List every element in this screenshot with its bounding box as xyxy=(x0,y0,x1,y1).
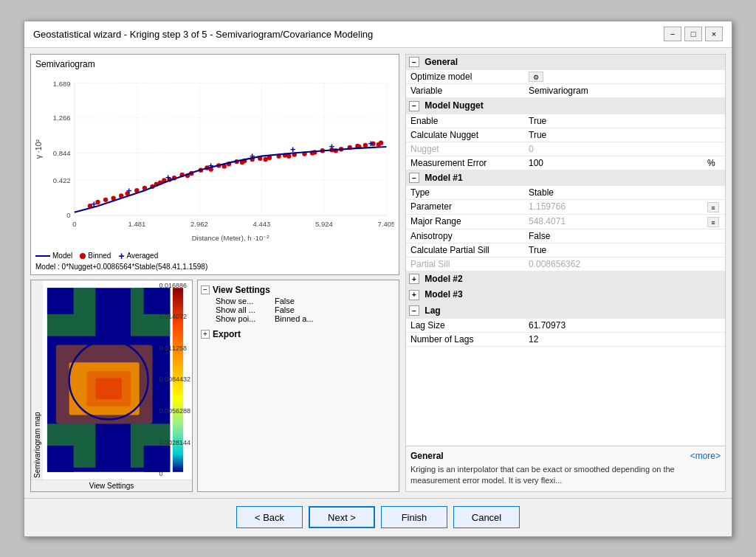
map-bottom-section: View Settings xyxy=(31,480,192,491)
model2-section-label: Model #2 xyxy=(425,274,462,284)
legend-model-line xyxy=(35,255,50,257)
enable-key: Enable xyxy=(406,114,524,128)
section-nugget-header[interactable]: − Model Nugget xyxy=(406,98,725,114)
calc-nugget-key: Calculate Nugget xyxy=(406,128,524,142)
legend-binned-label: Binned xyxy=(88,252,111,260)
svg-text:0: 0 xyxy=(72,219,76,227)
legend-binned: Binned xyxy=(80,252,111,260)
lag-size-val: 61.70973 xyxy=(524,319,703,333)
svg-text:2.962: 2.962 xyxy=(190,219,208,227)
calc-partial-sill-key: Calculate Partial Sill xyxy=(406,243,524,257)
meas-error-unit: % xyxy=(703,156,725,170)
optimize-model-icon[interactable]: ⚙ xyxy=(529,72,543,82)
lag-expand-btn[interactable]: − xyxy=(409,305,419,316)
section-model2-header[interactable]: + Model #2 xyxy=(406,271,725,287)
next-button[interactable]: Next > xyxy=(309,506,375,528)
svg-text:1.266: 1.266 xyxy=(53,114,71,122)
model1-section-label: Model #1 xyxy=(425,173,462,183)
svg-text:+: + xyxy=(126,186,131,196)
num-lags-row: Number of Lags 12 xyxy=(406,333,725,347)
map-val-6: 0.0028144 xyxy=(159,439,190,446)
export-row[interactable]: + Export xyxy=(201,328,396,341)
info-header-label: General xyxy=(410,451,444,461)
model3-expand-btn[interactable]: + xyxy=(409,290,419,300)
meas-error-key: Measurement Error xyxy=(406,156,524,170)
lag-section-label: Lag xyxy=(425,305,440,316)
map-val-2: 0.014072 xyxy=(159,313,190,320)
minimize-button[interactable]: − xyxy=(664,27,681,41)
anisotropy-val: False xyxy=(524,229,703,243)
section-model3-header[interactable]: + Model #3 xyxy=(406,287,725,303)
model2-expand-btn[interactable]: + xyxy=(409,274,419,284)
legend-averaged: + Averaged xyxy=(118,251,158,261)
svg-text:7.405: 7.405 xyxy=(378,219,394,227)
info-text: Kriging is an interpolator that can be e… xyxy=(410,464,721,487)
chart-area: Semivariogram xyxy=(30,54,399,275)
export-expand[interactable]: + xyxy=(201,330,210,339)
cancel-button[interactable]: Cancel xyxy=(453,506,520,528)
major-range-icon[interactable]: ≡ xyxy=(707,217,719,227)
show-all-row[interactable]: Show all ... False xyxy=(201,305,396,314)
calc-nugget-row: Calculate Nugget True xyxy=(406,128,725,142)
enable-row: Enable True xyxy=(406,114,725,128)
back-button[interactable]: < Back xyxy=(236,506,303,528)
section-lag-header[interactable]: − Lag xyxy=(406,302,725,319)
enable-val: True xyxy=(524,114,703,128)
partial-sill-key: Partial Sill xyxy=(406,257,524,271)
close-button[interactable]: × xyxy=(705,27,723,41)
finish-button[interactable]: Finish xyxy=(381,506,447,528)
svg-text:+: + xyxy=(250,151,255,161)
main-window: Geostatistical wizard - Kriging step 3 o… xyxy=(24,21,732,537)
info-more-link[interactable]: <more> xyxy=(690,451,721,461)
show-se-row[interactable]: Show se... False xyxy=(201,297,396,305)
svg-text:1.481: 1.481 xyxy=(128,219,145,227)
meas-error-row: Measurement Error 100 % xyxy=(406,156,725,170)
show-all-key: Show all ... xyxy=(216,305,275,314)
general-expand-btn[interactable]: − xyxy=(409,57,419,67)
svg-text:1.689: 1.689 xyxy=(53,79,71,87)
properties-table: − General Optimize model ⚙ Variable Semi… xyxy=(406,55,725,347)
map-content-area: 0.016886 0.014072 0.011258 0.0084432 0.0… xyxy=(43,280,192,480)
section-model1-header[interactable]: − Model #1 xyxy=(406,170,725,186)
section-general-header[interactable]: − General xyxy=(406,55,725,70)
chart-title: Semivariogram xyxy=(35,59,394,69)
parameter-icon[interactable]: ≡ xyxy=(707,202,719,212)
model1-expand-btn[interactable]: − xyxy=(409,173,419,183)
legend-binned-dot xyxy=(80,253,86,259)
svg-rect-92 xyxy=(47,446,74,472)
svg-text:+: + xyxy=(165,173,171,183)
show-poi-row[interactable]: Show poi... Binned a... xyxy=(201,314,396,323)
variable-val: Semivariogram xyxy=(524,84,703,98)
partial-sill-row: Partial Sill 0.008656362 xyxy=(406,257,725,271)
optimize-model-key: Optimize model xyxy=(406,70,524,84)
parameter-row: Parameter 1.159766 ≡ xyxy=(406,200,725,215)
optimize-model-val: ⚙ xyxy=(524,70,703,84)
show-poi-key: Show poi... xyxy=(216,314,275,323)
svg-text:+: + xyxy=(368,138,374,148)
view-settings-header-row[interactable]: − View Settings xyxy=(201,283,396,297)
svg-text:+: + xyxy=(92,199,97,210)
type-row: Type Stable xyxy=(406,186,725,200)
nugget-expand-btn[interactable]: − xyxy=(409,101,419,111)
svg-text:Distance (Meter), h ·10⁻²: Distance (Meter), h ·10⁻² xyxy=(192,233,269,241)
major-range-key: Major Range xyxy=(406,214,524,229)
svg-point-26 xyxy=(103,197,108,201)
num-lags-val: 12 xyxy=(524,333,703,347)
maximize-button[interactable]: □ xyxy=(684,27,702,41)
show-se-val: False xyxy=(275,297,295,305)
footer: < Back Next > Finish Cancel xyxy=(24,498,732,536)
map-val-1: 0.016886 xyxy=(159,282,190,289)
semivariogram-map: Semivariogram map 0.016886 0.014072 0.01… xyxy=(30,280,193,492)
bottom-left: Semivariogram map 0.016886 0.014072 0.01… xyxy=(30,280,399,492)
map-val-5: 0.0056288 xyxy=(159,407,190,415)
view-settings-expand[interactable]: − xyxy=(201,286,210,294)
lag-size-row: Lag Size 61.70973 xyxy=(406,319,725,333)
optimize-model-row: Optimize model ⚙ xyxy=(406,70,725,84)
type-val: Stable xyxy=(524,186,703,200)
calc-partial-sill-row: Calculate Partial Sill True xyxy=(406,243,725,257)
type-key: Type xyxy=(406,186,524,200)
svg-text:0.844: 0.844 xyxy=(53,148,71,156)
general-section-label: General xyxy=(425,57,458,67)
svg-text:4.443: 4.443 xyxy=(253,219,271,227)
variable-key: Variable xyxy=(406,84,524,98)
